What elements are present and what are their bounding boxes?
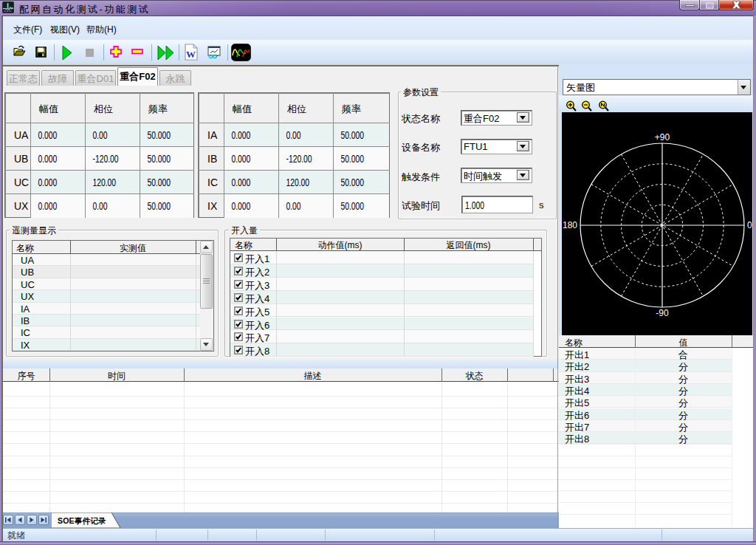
svg-text:+90: +90 [655, 132, 670, 143]
svg-text:0: 0 [747, 220, 752, 230]
svg-text:-90: -90 [656, 308, 669, 318]
svg-text:W: W [186, 49, 196, 60]
svg-text:180: 180 [563, 220, 577, 230]
